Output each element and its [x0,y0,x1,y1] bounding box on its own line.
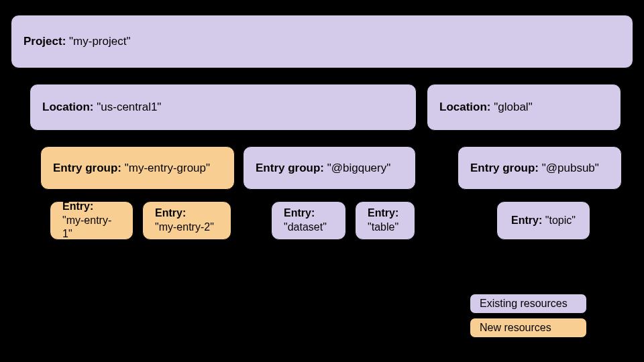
project-value: "my-project" [69,35,130,48]
location-value: "us-central1" [97,101,161,113]
entry-label: Entry [511,215,539,226]
entry-value: "my-entry-1" [62,214,121,242]
entry-value: "table" [368,221,398,235]
location-value: "global" [494,101,532,113]
location-label: Location [42,101,90,113]
entry-value: "dataset" [284,221,327,235]
entry-group-value: "@pubsub" [542,162,599,174]
entry-box-dataset: Entry: "dataset" [271,201,346,240]
legend-existing-label: Existing resources [480,298,568,309]
entry-label: Entry [284,207,311,219]
entry-group-value: "@bigquery" [327,162,391,174]
project-label: Project [23,35,62,48]
entry-group-label: Entry group [53,162,117,174]
legend-existing: Existing resources [470,294,587,314]
entry-label: Entry [368,207,395,219]
location-label: Location [439,101,487,113]
entry-label: Entry [62,200,90,212]
entry-box-my-entry-2: Entry: "my-entry-2" [142,201,231,240]
legend-new-label: New resources [480,322,551,333]
entry-value: "my-entry-2" [155,221,214,235]
entry-value: "topic" [545,215,576,226]
entry-box-topic: Entry: "topic" [496,201,590,240]
location-box-us-central1: Location: "us-central1" [30,84,417,131]
entry-group-box-my-entry-group: Entry group: "my-entry-group" [40,146,235,190]
entry-group-box-bigquery: Entry group: "@bigquery" [243,146,416,190]
entry-label: Entry [155,207,182,219]
entry-group-value: "my-entry-group" [125,162,210,174]
project-box: Project: "my-project" [11,15,633,68]
location-box-global: Location: "global" [427,84,621,131]
entry-box-table: Entry: "table" [355,201,415,240]
entry-group-box-pubsub: Entry group: "@pubsub" [458,146,622,190]
entry-group-label: Entry group [256,162,320,174]
entry-group-label: Entry group [470,162,535,174]
legend-new: New resources [470,318,587,338]
entry-box-my-entry-1: Entry: "my-entry-1" [50,201,133,240]
